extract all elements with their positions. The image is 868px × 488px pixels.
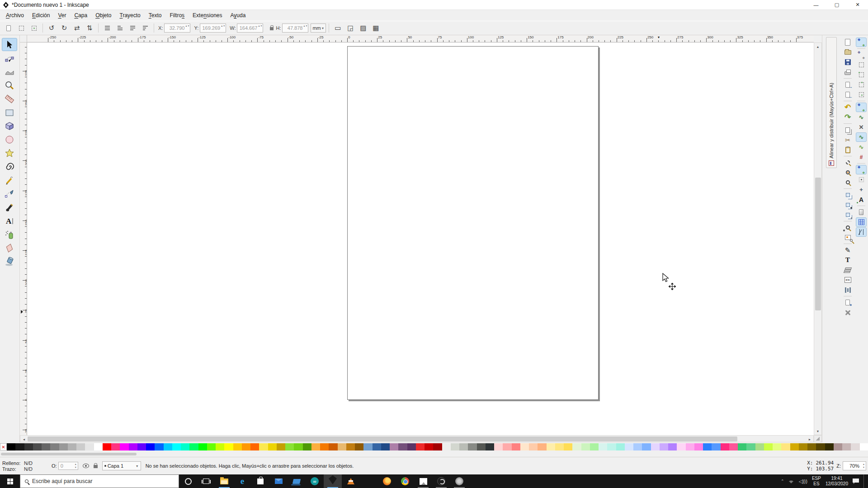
color-swatch[interactable]: [807, 443, 816, 450]
horizontal-scrollbar[interactable]: ◄ ►: [20, 435, 814, 442]
edit-image-button[interactable]: [842, 233, 853, 242]
menu-ver[interactable]: Ver: [54, 11, 70, 20]
h-input[interactable]: 47.878▲▼: [282, 23, 308, 33]
color-swatch[interactable]: [7, 443, 15, 450]
color-swatch[interactable]: [816, 443, 825, 450]
snap-object-centers-toggle[interactable]: [856, 175, 867, 184]
color-swatch[interactable]: [459, 443, 468, 450]
duplicate-button[interactable]: [842, 190, 853, 200]
menu-edicion[interactable]: Edición: [28, 11, 54, 20]
snap-smooth-nodes-toggle[interactable]: ∿: [856, 142, 867, 152]
color-swatch[interactable]: [842, 443, 851, 450]
snap-text-anchors-toggle[interactable]: A: [856, 195, 867, 204]
snap-page-border-toggle[interactable]: [856, 207, 867, 217]
color-swatch[interactable]: [164, 443, 172, 450]
zoom-selection-button[interactable]: [842, 158, 853, 167]
notifications-icon[interactable]: [853, 479, 859, 484]
vertical-ruler[interactable]: -250255075100125150175200225250275: [20, 42, 27, 435]
calligraphy-tool[interactable]: [2, 201, 17, 214]
color-swatch[interactable]: [520, 443, 529, 450]
tweak-tool[interactable]: [2, 65, 17, 78]
zoom-page-button[interactable]: [842, 178, 853, 187]
color-swatch[interactable]: [242, 443, 250, 450]
import-button[interactable]: →: [842, 80, 853, 89]
selector-tool[interactable]: [2, 38, 17, 51]
color-swatch[interactable]: [686, 443, 694, 450]
align-distribute-dock-tab[interactable]: Alinear y distribuir (Mayús+Ctrl+A): [826, 37, 837, 168]
menu-ayuda[interactable]: Ayuda: [226, 11, 250, 20]
taskbar-app-store[interactable]: [251, 474, 269, 488]
color-swatch[interactable]: [268, 443, 277, 450]
snap-bbox-edges-toggle[interactable]: [856, 60, 867, 70]
bezier-pen-tool[interactable]: [2, 187, 17, 200]
color-swatch[interactable]: [172, 443, 181, 450]
close-button[interactable]: ✕: [847, 0, 868, 10]
color-swatch[interactable]: [155, 443, 163, 450]
color-swatch[interactable]: [407, 443, 416, 450]
color-swatch[interactable]: [677, 443, 685, 450]
scale-stroke-toggle[interactable]: ▭: [332, 22, 344, 34]
pencil-tool[interactable]: [2, 174, 17, 187]
color-swatch[interactable]: [494, 443, 503, 450]
color-swatch[interactable]: [477, 443, 486, 450]
color-swatch[interactable]: [224, 443, 233, 450]
scroll-up-arrow[interactable]: ▲: [814, 43, 821, 50]
taskbar-app-edge[interactable]: e: [233, 474, 251, 488]
scrollbar-corner-grip[interactable]: [814, 435, 822, 442]
color-swatch[interactable]: [599, 443, 607, 450]
scroll-right-arrow[interactable]: ►: [806, 436, 813, 443]
color-swatch[interactable]: [311, 443, 320, 450]
ellipse-tool[interactable]: [2, 133, 17, 146]
menu-archivo[interactable]: Archivo: [2, 11, 28, 20]
star-tool[interactable]: [2, 146, 17, 160]
menu-capa[interactable]: Capa: [70, 11, 91, 20]
find-objects-button[interactable]: [842, 223, 853, 232]
no-color-swatch[interactable]: ✕: [0, 443, 7, 450]
snap-guides-toggle[interactable]: [856, 227, 867, 237]
layer-visibility-icon[interactable]: [83, 464, 89, 468]
lower-to-bottom-button[interactable]: [139, 22, 151, 34]
taskbar-app-media-app[interactable]: [450, 474, 468, 488]
color-swatch[interactable]: [451, 443, 459, 450]
taskbar-app-mail[interactable]: [269, 474, 288, 488]
unit-dropdown[interactable]: mm▼: [311, 23, 326, 33]
paint-bucket-tool[interactable]: [2, 255, 17, 268]
rotate-90-cw-button[interactable]: ↻: [58, 22, 70, 34]
color-swatch[interactable]: [338, 443, 346, 450]
node-editor-tool[interactable]: [2, 52, 17, 65]
color-swatch[interactable]: [50, 443, 59, 450]
color-swatch[interactable]: [590, 443, 599, 450]
color-swatch[interactable]: [285, 443, 294, 450]
color-swatch[interactable]: [738, 443, 746, 450]
spiral-tool[interactable]: [2, 160, 17, 173]
color-swatch[interactable]: [503, 443, 511, 450]
snap-nodes-toggle[interactable]: [856, 103, 867, 112]
color-swatch[interactable]: [433, 443, 442, 450]
rectangle-tool[interactable]: [2, 106, 17, 119]
w-input[interactable]: 164.667▲▼: [237, 23, 263, 33]
color-swatch[interactable]: [729, 443, 738, 450]
minimize-button[interactable]: —: [806, 0, 826, 10]
text-tool[interactable]: A: [2, 214, 17, 227]
color-swatch[interactable]: [625, 443, 633, 450]
snap-rotation-centers-toggle[interactable]: +: [856, 185, 867, 194]
layer-dropdown[interactable]: Capa 1 ▼: [102, 461, 141, 470]
color-swatch[interactable]: [250, 443, 259, 450]
opacity-input[interactable]: 0▲▼: [58, 462, 78, 470]
color-swatch[interactable]: [103, 443, 111, 450]
color-swatch[interactable]: [746, 443, 755, 450]
color-swatch[interactable]: [189, 443, 198, 450]
taskbar-app-vlc[interactable]: [342, 474, 360, 488]
layers-dialog-button[interactable]: [842, 265, 853, 275]
color-swatch[interactable]: [68, 443, 76, 450]
color-swatch[interactable]: [15, 443, 24, 450]
show-desktop-button[interactable]: [863, 474, 865, 488]
taskbar-app-tiles-app[interactable]: [360, 474, 378, 488]
color-swatch[interactable]: [555, 443, 564, 450]
snap-line-midpoints-toggle[interactable]: #: [856, 152, 867, 162]
color-swatch[interactable]: [137, 443, 146, 450]
color-swatch[interactable]: [277, 443, 285, 450]
text-dialog-button[interactable]: T: [842, 255, 853, 265]
color-swatch[interactable]: [216, 443, 224, 450]
start-button[interactable]: [0, 474, 20, 488]
